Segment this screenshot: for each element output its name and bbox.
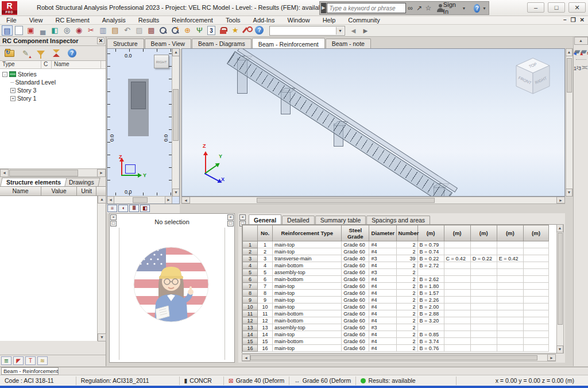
inspector-close-icon[interactable]: ✕ [97, 37, 105, 44]
menu-reinforcement[interactable]: Reinforcement [165, 17, 219, 24]
mdi-restore-icon[interactable]: ❐ [571, 17, 576, 23]
tab-drawings[interactable]: Drawings [63, 178, 100, 186]
edit-pointer-icon[interactable]: ✎ [22, 49, 29, 57]
row-header-button[interactable]: 7 [243, 283, 258, 290]
view-3d-icon[interactable]: Ψ [194, 25, 205, 36]
mdi-close-icon[interactable]: ✕ [580, 17, 585, 23]
beam-section-web[interactable] [131, 82, 146, 109]
nav-back-button[interactable]: ◄ [350, 26, 357, 35]
table-row[interactable]: 1515main-bottomGrade 60#42B = 3.74 [243, 338, 549, 345]
view-tab-beam-diagrams[interactable]: Beam - Diagrams [192, 39, 252, 48]
row-header-button[interactable]: 11 [243, 310, 258, 317]
combobox-arrow-icon[interactable]: ▼ [336, 27, 344, 34]
table-row[interactable]: 66main-bottomGrade 60#42B = 2.62 [243, 276, 549, 283]
user-icon[interactable] [436, 3, 442, 13]
table-row[interactable]: 99main-topGrade 60#42B = 2.26 [243, 297, 549, 304]
row-header-button[interactable]: 5 [243, 269, 258, 276]
menu-analysis[interactable]: Analysis [96, 17, 132, 24]
table-row[interactable]: 22main-topGrade 60#42B = 0.74 [243, 248, 549, 255]
tab-detailed[interactable]: Detailed [282, 216, 315, 224]
status-grade60[interactable]: ↔ Grade 60 (Deform [294, 377, 351, 384]
right-view-button[interactable]: RIGHT [154, 55, 169, 68]
view-bars-icon[interactable]: Ⅲ [129, 205, 139, 212]
status-grade40[interactable]: ⊠ Grade 40 (Deform [229, 377, 284, 384]
table-row[interactable]: 1616main-topGrade 60#42B = 0.76 [243, 345, 549, 352]
zoom-icon[interactable] [158, 25, 169, 36]
layers-view-icon[interactable]: ≋ [37, 356, 48, 365]
tree-expander-icon[interactable]: + [10, 88, 16, 93]
view-lines-icon[interactable]: ≡ [107, 205, 117, 212]
row-header-button[interactable]: 13 [243, 324, 258, 331]
row-header-button[interactable]: 12 [243, 317, 258, 324]
mdi-tab-beam-reinforcement[interactable]: Beam - Reinforcement [1, 367, 59, 375]
table-vscrollbar[interactable]: ▲ ▼ [556, 224, 564, 354]
tree-item-story-1[interactable]: +Story 1 [0, 94, 106, 102]
row-header-button[interactable]: 9 [243, 297, 258, 304]
menu-window[interactable]: Window [281, 17, 316, 24]
tab-general[interactable]: General [249, 214, 281, 224]
paste-icon[interactable]: ▤ [110, 25, 121, 36]
lock-icon[interactable] [218, 25, 229, 36]
row-header-button[interactable]: 10 [243, 304, 258, 310]
tab-summary-table[interactable]: Summary table [315, 216, 366, 224]
screen-capture-icon[interactable]: ◉ [74, 25, 84, 36]
menu-add-ins[interactable]: Add-Ins [247, 17, 281, 24]
picture-disabled-icon[interactable]: ▨ [134, 25, 145, 36]
new-project-icon[interactable] [15, 26, 23, 35]
menu-help[interactable]: Help [316, 17, 342, 24]
mdi-minimize-icon[interactable]: – [563, 17, 567, 23]
cut-icon[interactable]: ✂ [86, 25, 96, 36]
tree-expander-icon[interactable]: + [10, 96, 16, 101]
beam-3d-view[interactable]: TOP FRONT RIGHT Z Y X [181, 48, 565, 197]
menu-community[interactable]: Community [342, 17, 386, 24]
table-row[interactable]: 1313assembly-topGrade 60#32 [243, 324, 549, 331]
search-input[interactable] [327, 3, 406, 13]
sort-hourglass-icon[interactable] [53, 49, 60, 57]
table-row[interactable]: 55assembly-topGrade 60#32 [243, 269, 549, 276]
view-tab-beam-reinforcement[interactable]: Beam - Reinforcement [252, 38, 325, 49]
table-row[interactable]: 1111main-bottomGrade 60#42B = 2.88 [243, 310, 549, 317]
status-material[interactable]: ▮ CONCR [184, 377, 212, 384]
table-row[interactable]: 1414main-topGrade 60#42B = 0.85 [243, 331, 549, 338]
favorites-star-icon[interactable]: ☆ [424, 2, 433, 14]
table-row[interactable]: 44main-bottomGrade 60#42B = 2.72 [243, 262, 549, 269]
view3d-vscrollbar[interactable]: ▲ ▼ [566, 48, 573, 197]
row-header-button[interactable]: 1 [243, 241, 258, 248]
table-row[interactable]: 33transverse-mainGrade 40#339B = 0.22C =… [243, 255, 549, 262]
help-icon[interactable]: ? [474, 4, 480, 13]
print-preview-icon[interactable]: ◎ [61, 25, 72, 36]
zoom-in-icon[interactable]: + [170, 25, 181, 36]
tree-item-stories[interactable]: -Stories [0, 70, 106, 78]
filter-icon[interactable] [37, 51, 45, 56]
inspector-hscrollbar[interactable]: ◄ ► [0, 168, 106, 177]
row-header-button[interactable]: 15 [243, 338, 258, 345]
sign-in-button[interactable]: Sign In [443, 1, 458, 15]
table-row[interactable]: 88main-topGrade 60#42B = 1.57 [243, 290, 549, 297]
copy-icon[interactable]: ▥ [98, 25, 109, 36]
tree-item-story-3[interactable]: +Story 3 [0, 86, 106, 94]
view-cube[interactable]: TOP FRONT RIGHT [513, 56, 553, 97]
table-row[interactable]: 1010main-topGrade 60#42B = 2.00 [243, 304, 549, 310]
row-header-button[interactable]: 3 [243, 255, 258, 262]
numbering-123-tool-icon[interactable]: 1²3 [574, 64, 581, 71]
open-folder-icon[interactable] [5, 50, 14, 57]
view-tab-beam-view[interactable]: Beam - View [145, 39, 191, 48]
save-icon[interactable]: ▣ [25, 25, 36, 36]
row-header-button[interactable]: 16 [243, 345, 258, 352]
open-book-icon[interactable]: ◧ [49, 25, 60, 36]
beam-reinforcement-3d[interactable] [227, 51, 452, 197]
menu-file[interactable]: File [0, 17, 23, 24]
page-setup-icon[interactable]: 3 [207, 26, 215, 35]
row-header-button[interactable]: 2 [243, 248, 258, 255]
section-2d-view[interactable]: 0.0 0.0 0.0 0,0 RIGHT Z Y ▲ ▼ ◄ ► [107, 48, 180, 204]
print-composition-icon[interactable]: ▩ [146, 25, 157, 36]
reinforcement-view-icon[interactable]: ◤ [13, 356, 24, 365]
view3d-hscrollbar[interactable]: ◄ ► [181, 197, 565, 204]
table-row[interactable]: 1212main-bottomGrade 60#42B = 3.20 [243, 317, 549, 324]
bar-dimension-tool-icon[interactable]: ≍ [581, 64, 588, 71]
beam-main-bars-tool-icon[interactable]: ▰▴ [581, 48, 587, 55]
undo-icon[interactable]: ↶ [122, 25, 133, 36]
tree-item-standard-level[interactable]: ─Standard Level [0, 78, 106, 86]
preferences-icon[interactable] [242, 25, 253, 36]
view-solid-icon[interactable]: ◧ [140, 205, 150, 212]
